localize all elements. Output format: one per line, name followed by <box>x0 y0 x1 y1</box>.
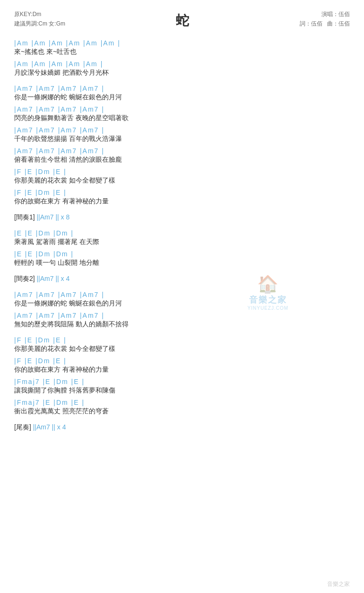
line-5-0: |Am7 |Am7 |Am7 |Am7 | <box>14 291 350 298</box>
section-verse1: |Am7 |Am7 |Am7 |Am7 |你是一條婀娜的蛇 蜿蜒在銀色的月河|A… <box>14 85 350 206</box>
line-0-1: 來~搖搖也 來~吐舌也 <box>14 48 350 56</box>
interlude-bracket: [尾奏] <box>14 423 33 431</box>
song-content: |Am |Am |Am |Am |Am |Am |來~搖搖也 來~吐舌也|Am … <box>14 39 350 432</box>
line-6-1: 你那美麗的花衣裳 如今全都變了樣 <box>14 345 350 353</box>
line-5-2: |Am7 |Am7 |Am7 |Am7 | <box>14 312 350 319</box>
line-6-3: 你的故鄉在東方 有著神秘的力量 <box>14 366 350 374</box>
line-1-6: |Am7 |Am7 |Am7 |Am7 | <box>14 147 350 155</box>
line-0-2: |Am |Am |Am |Am |Am | <box>14 60 350 68</box>
credits: 詞：伍佰 曲：伍佰 <box>300 19 350 28</box>
line-1-0: |Am7 |Am7 |Am7 |Am7 | <box>14 85 350 92</box>
line-7-0: [尾奏] ||Am7 || x 4 <box>14 423 350 432</box>
line-6-0: |F |E |Dm |E | <box>14 336 350 344</box>
line-3-2: |E |E |Dm |Dm | <box>14 250 350 258</box>
line-3-0: |E |E |Dm |Dm | <box>14 229 350 237</box>
composer: 曲：伍佰 <box>327 20 350 27</box>
line-1-2: |Am7 |Am7 |Am7 |Am7 | <box>14 105 350 113</box>
line-6-4: |Fmaj7 |E |Dm |E | <box>14 378 350 385</box>
line-1-8: |F |E |Dm |E | <box>14 168 350 175</box>
section-verse3: |Am7 |Am7 |Am7 |Am7 |你是一條婀娜的蛇 蜿蜒在銀色的月河|A… <box>14 291 350 329</box>
section-intro: |Am |Am |Am |Am |Am |Am |來~搖搖也 來~吐舌也|Am … <box>14 39 350 77</box>
interlude-chord: ||Am7 || x 4 <box>36 275 69 282</box>
line-3-3: 輕輕的 嘆一句 山裂開 地分離 <box>14 259 350 267</box>
footer-watermark: 音樂之家 <box>327 580 350 588</box>
line-1-11: 你的故鄉在東方 有著神秘的力量 <box>14 197 350 206</box>
lyricist: 詞：伍佰 <box>300 20 322 27</box>
header-left: 原KEY:Dm 建議男調:Cm 女:Gm <box>14 9 65 29</box>
line-6-6: |Fmaj7 |E |Dm |E | <box>14 399 350 406</box>
line-4-0: [間奏2] ||Am7 || x 4 <box>14 275 350 283</box>
line-3-1: 乘著風 駕著雨 擺著尾 在天際 <box>14 238 350 246</box>
header-right: 演唱：伍佰 詞：伍佰 曲：伍佰 <box>300 9 350 29</box>
header: 原KEY:Dm 建議男調:Cm 女:Gm 蛇 演唱：伍佰 詞：伍佰 曲：伍佰 <box>14 9 350 30</box>
key-suggestion: 建議男調:Cm 女:Gm <box>14 19 65 28</box>
interlude-bracket: [間奏2] <box>14 275 36 282</box>
line-1-3: 閃亮的身軀舞動著舌 夜晚的星空唱著歌 <box>14 114 350 122</box>
line-1-1: 你是一條婀娜的蛇 蜿蜒在銀色的月河 <box>14 93 350 102</box>
interlude-bracket: [間奏1] <box>14 213 36 221</box>
line-5-3: 無知的歷史將我阻隔 動人的嬌顏不捨得 <box>14 320 350 329</box>
line-1-7: 俯看著前生今世相 清然的淚眼在臉龐 <box>14 156 350 164</box>
section-chorus: |F |E |Dm |E |你那美麗的花衣裳 如今全都變了樣|F |E |Dm … <box>14 336 350 416</box>
section-interlude1: [間奏1] ||Am7 || x 8 <box>14 213 350 222</box>
section-verse2: |E |E |Dm |Dm |乘著風 駕著雨 擺著尾 在天際|E |E |Dm … <box>14 229 350 267</box>
interlude-chord: ||Am7 || x 8 <box>36 213 69 221</box>
performer: 演唱：伍佰 <box>300 9 350 19</box>
line-6-5: 讓我撕開了你胸膛 抖落舊夢和陳傷 <box>14 386 350 395</box>
line-0-0: |Am |Am |Am |Am |Am |Am | <box>14 39 350 47</box>
section-interlude2: [間奏2] ||Am7 || x 4 <box>14 275 350 283</box>
line-6-2: |F |E |Dm |E | <box>14 357 350 365</box>
line-1-4: |Am7 |Am7 |Am7 |Am7 | <box>14 126 350 134</box>
key-original: 原KEY:Dm <box>14 9 65 19</box>
page: 原KEY:Dm 建議男調:Cm 女:Gm 蛇 演唱：伍佰 詞：伍佰 曲：伍佰 |… <box>0 0 364 593</box>
line-0-3: 月皎潔兮妹嬌媚 把酒歡兮月光杯 <box>14 69 350 77</box>
line-1-10: |F |E |Dm |E | <box>14 189 350 196</box>
line-6-7: 衝出霞光萬萬丈 照亮茫茫的穹蒼 <box>14 407 350 416</box>
line-1-5: 千年的歌聲悠揚揚 百年的戰火浩瀑瀑 <box>14 135 350 143</box>
section-outro: [尾奏] ||Am7 || x 4 <box>14 423 350 432</box>
line-5-1: 你是一條婀娜的蛇 蜿蜒在銀色的月河 <box>14 299 350 308</box>
song-title: 蛇 <box>65 12 300 30</box>
line-2-0: [間奏1] ||Am7 || x 8 <box>14 213 350 222</box>
interlude-chord: ||Am7 || x 4 <box>33 423 66 431</box>
line-1-9: 你那美麗的花衣裳 如今全都變了樣 <box>14 176 350 185</box>
